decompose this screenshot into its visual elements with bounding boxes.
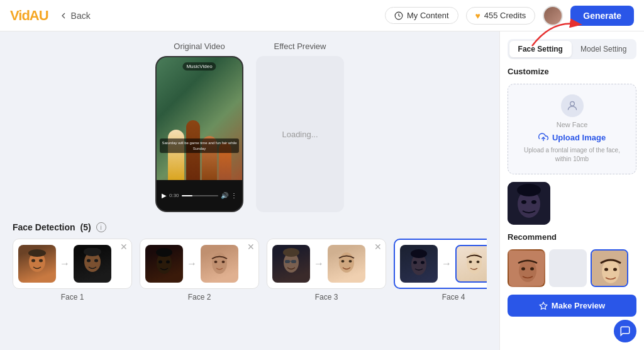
svg-rect-19 (291, 260, 296, 263)
header: VidAU Back My Content ♥ 455 Credits Gene… (0, 0, 644, 31)
face-detection-title: Face Detection (13, 222, 75, 232)
face-detection-count: (5) (80, 222, 91, 232)
face-label-2: Face 2 (188, 293, 211, 302)
svg-point-38 (517, 184, 541, 196)
upload-icon (538, 132, 548, 142)
upload-image-label: Upload Image (552, 133, 606, 142)
close-face-2[interactable]: ✕ (247, 242, 255, 252)
tab-face-setting[interactable]: Face Setting (509, 41, 572, 57)
chat-button[interactable] (614, 320, 636, 342)
main: Original Video MusicVideo Saturday will … (0, 31, 644, 350)
face-arrow-1: → (60, 258, 70, 269)
recommend-title: Recommend (508, 232, 636, 242)
my-content-button[interactable]: My Content (385, 7, 458, 24)
face-svg-2 (152, 248, 177, 279)
face-arrow-2: → (187, 258, 197, 269)
face-detection-header: Face Detection (5) i (13, 222, 487, 232)
face-arrow-4: → (441, 258, 452, 269)
face-label-1: Face 1 (61, 293, 84, 302)
volume-icon[interactable]: 🔊 (221, 192, 228, 199)
recommend-face-1 (509, 251, 545, 287)
face-item-3: → ✕ (267, 239, 386, 302)
recommend-section: Recommend (508, 232, 636, 242)
face-pair-2[interactable]: → ✕ (140, 239, 259, 289)
svg-point-14 (212, 252, 227, 274)
svg-point-23 (341, 260, 345, 262)
play-icon[interactable]: ▶ (162, 192, 167, 199)
credits-icon: ♥ (475, 11, 480, 21)
face-arrow-3: → (314, 258, 324, 269)
effect-preview-box: Loading... (256, 56, 344, 212)
make-preview-label: Make Preview (552, 301, 605, 310)
face-source-1 (18, 245, 56, 283)
new-face-icon (561, 94, 584, 117)
svg-point-16 (222, 261, 225, 263)
face-target-2 (201, 245, 238, 283)
svg-point-13 (156, 248, 172, 257)
face-svg-1 (25, 248, 50, 279)
svg-point-3 (31, 259, 35, 262)
generate-button[interactable]: Generate (570, 6, 634, 26)
face-pair-4[interactable]: → ✕ (394, 239, 487, 289)
face-pair-1[interactable]: → ✕ (13, 239, 132, 289)
recommend-face-3 (592, 251, 628, 287)
svg-point-32 (570, 101, 574, 106)
face-pair-3[interactable]: → ✕ (267, 239, 386, 289)
tab-model-setting[interactable]: Model Setting (573, 41, 635, 57)
svg-point-12 (166, 261, 170, 264)
time-display: 0:30 (169, 193, 179, 198)
svg-point-40 (519, 259, 536, 282)
svg-point-26 (413, 261, 417, 264)
upload-area[interactable]: New Face Upload Image Upload a frontal i… (508, 84, 636, 174)
credits-label: 455 Credits (484, 11, 526, 20)
svg-marker-47 (540, 302, 547, 309)
svg-point-41 (521, 268, 525, 271)
face-label-3: Face 3 (315, 293, 338, 302)
face-label-4: Face 4 (442, 293, 465, 302)
back-label: Back (71, 11, 91, 21)
effect-preview-label: Effect Preview (274, 42, 326, 51)
recommend-item-3[interactable] (591, 249, 628, 287)
close-face-1[interactable]: ✕ (120, 242, 128, 252)
face-source-2 (145, 245, 183, 283)
svg-point-42 (530, 268, 534, 271)
phone-video-content: MusicVideo Saturday will be game time an… (157, 57, 242, 180)
back-button[interactable]: Back (58, 11, 91, 21)
svg-point-44 (602, 259, 619, 283)
header-left: VidAU Back (10, 8, 91, 24)
face-item-1: → ✕ (13, 239, 132, 302)
my-content-label: My Content (407, 11, 448, 20)
face-svg-target-4 (462, 248, 487, 279)
loading-text: Loading... (282, 130, 318, 139)
face-item-4: → ✕ (394, 239, 487, 302)
selected-face-container (508, 182, 636, 225)
content-area: Original Video MusicVideo Saturday will … (0, 31, 499, 350)
face-svg-4 (406, 248, 431, 279)
more-icon[interactable]: ⋮ (231, 192, 237, 199)
customize-section: Customize (508, 67, 636, 76)
avatar[interactable] (543, 6, 563, 26)
back-arrow-icon (58, 11, 69, 21)
face-list: → ✕ (13, 239, 487, 302)
video-people (157, 88, 242, 180)
svg-point-37 (531, 200, 536, 204)
face-detection-section: Face Detection (5) i (13, 222, 487, 302)
logo-au: AU (30, 8, 48, 23)
original-video-label: Original Video (174, 42, 225, 51)
effect-preview-panel: Effect Preview Loading... (256, 42, 344, 212)
recommend-item-1[interactable] (508, 249, 545, 287)
close-face-3[interactable]: ✕ (374, 242, 382, 252)
recommend-item-2[interactable] (549, 249, 587, 287)
make-preview-button[interactable]: Make Preview (508, 295, 636, 317)
svg-point-46 (613, 268, 617, 271)
credits-button[interactable]: ♥ 455 Credits (466, 7, 536, 25)
face-source-4 (400, 245, 438, 283)
customize-title: Customize (508, 67, 636, 76)
svg-point-24 (349, 260, 352, 262)
chat-icon (619, 325, 631, 337)
svg-point-11 (158, 261, 162, 264)
info-icon[interactable]: i (96, 222, 106, 232)
face-target-4 (455, 245, 487, 283)
face-list-container: → ✕ (13, 239, 487, 302)
phone-mockup: MusicVideo Saturday will be game time an… (155, 56, 243, 212)
